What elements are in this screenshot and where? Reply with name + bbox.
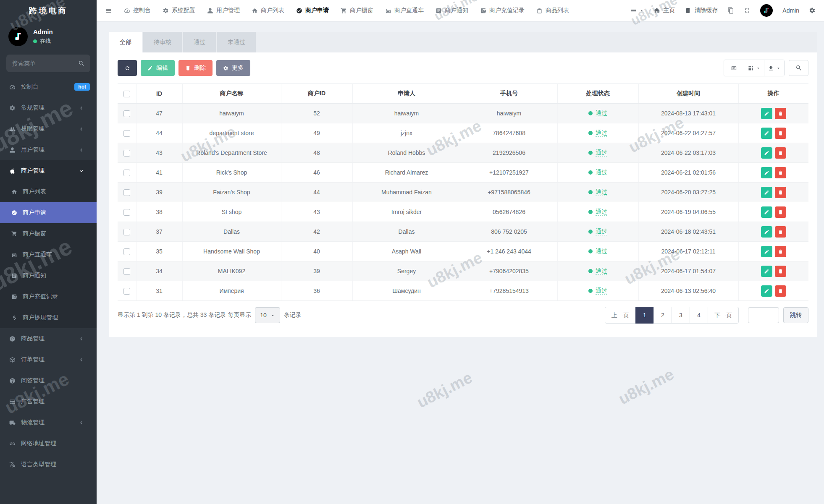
pagination-page-3[interactable]: 3 xyxy=(672,307,690,324)
sidebar-item-控制台[interactable]: 控制台hot xyxy=(0,76,97,97)
refresh-button[interactable] xyxy=(118,60,137,76)
row-edit-button[interactable] xyxy=(761,285,772,297)
topnav-item-商户列表[interactable]: 商户列表 xyxy=(252,7,284,14)
hamburger-menu-icon[interactable] xyxy=(105,7,112,14)
row-delete-button[interactable] xyxy=(775,187,786,198)
sidebar-item-商户列表[interactable]: 商户列表 xyxy=(0,181,97,202)
pagination-prev[interactable]: 上一页 xyxy=(605,307,636,324)
status-link[interactable]: 通过 xyxy=(596,208,607,216)
sidebar-item-商户提现管理[interactable]: 商户提现管理 xyxy=(0,307,97,328)
export-button[interactable] xyxy=(764,60,784,76)
avatar[interactable] xyxy=(8,27,28,46)
topnav-item-控制台[interactable]: 控制台 xyxy=(124,7,151,14)
sidebar-item-商户管理[interactable]: 商户管理 xyxy=(0,160,97,181)
row-checkbox[interactable] xyxy=(123,170,130,176)
row-checkbox[interactable] xyxy=(123,110,130,117)
topnav-item-用户管理[interactable]: 用户管理 xyxy=(207,7,240,14)
tab-通过[interactable]: 通过 xyxy=(183,32,216,52)
sidebar-item-常规管理[interactable]: 常规管理 xyxy=(0,97,97,118)
topnav-item-商品列表[interactable]: 商品列表 xyxy=(536,7,569,14)
page-jump-button[interactable]: 跳转 xyxy=(783,307,808,323)
row-edit-button[interactable] xyxy=(761,266,772,277)
status-link[interactable]: 通过 xyxy=(596,149,607,157)
sidebar-item-商户直通车[interactable]: 商户直通车 xyxy=(0,244,97,265)
sidebar-item-商户通知[interactable]: 商户通知 xyxy=(0,265,97,286)
menu-search-input[interactable] xyxy=(6,55,90,72)
row-edit-button[interactable] xyxy=(761,167,772,178)
user-avatar[interactable] xyxy=(760,4,773,17)
translate-icon[interactable] xyxy=(727,7,734,14)
table-search-button[interactable] xyxy=(789,60,808,76)
status-link[interactable]: 通过 xyxy=(596,188,607,196)
status-link[interactable]: 通过 xyxy=(596,110,607,117)
detail-view-button[interactable] xyxy=(724,60,744,76)
sidebar-item-物流管理[interactable]: 物流管理 xyxy=(0,412,97,433)
row-checkbox[interactable] xyxy=(123,229,130,235)
pagination-page-2[interactable]: 2 xyxy=(653,307,672,324)
columns-button[interactable] xyxy=(744,60,764,76)
row-checkbox[interactable] xyxy=(123,268,130,275)
row-delete-button[interactable] xyxy=(775,206,786,218)
edit-button[interactable]: 编辑 xyxy=(141,60,175,76)
row-delete-button[interactable] xyxy=(775,108,786,119)
topnav-item-商户直通车[interactable]: 商户直通车 xyxy=(385,7,424,14)
pagination-page-1[interactable]: 1 xyxy=(635,307,654,324)
delete-button[interactable]: 删除 xyxy=(178,60,213,76)
sidebar-item-广告管理[interactable]: 广告管理 xyxy=(0,391,97,412)
tab-全部[interactable]: 全部 xyxy=(109,32,142,52)
clear-cache-button[interactable]: 清除缓存 xyxy=(685,7,718,14)
sidebar-item-语言类型管理[interactable]: 语言类型管理 xyxy=(0,454,97,475)
settings-gear-icon[interactable] xyxy=(809,7,816,14)
sidebar-item-商品管理[interactable]: 商品管理 xyxy=(0,328,97,349)
status-link[interactable]: 通过 xyxy=(596,287,607,295)
row-checkbox[interactable] xyxy=(123,209,130,216)
home-link[interactable]: 主页 xyxy=(653,7,675,14)
row-delete-button[interactable] xyxy=(775,167,786,178)
select-all-checkbox[interactable] xyxy=(123,91,130,97)
page-jump-input[interactable] xyxy=(748,307,779,323)
status-link[interactable]: 通过 xyxy=(596,129,607,137)
row-checkbox[interactable] xyxy=(123,130,130,137)
sidebar-item-商户申请[interactable]: 商户申请 xyxy=(0,202,97,223)
row-delete-button[interactable] xyxy=(775,147,786,159)
row-edit-button[interactable] xyxy=(761,226,772,238)
row-edit-button[interactable] xyxy=(761,147,772,159)
row-checkbox[interactable] xyxy=(123,150,130,157)
tab-未通过[interactable]: 未通过 xyxy=(217,32,256,52)
row-edit-button[interactable] xyxy=(761,108,772,119)
row-delete-button[interactable] xyxy=(775,266,786,277)
pagination-page-4[interactable]: 4 xyxy=(690,307,708,324)
row-edit-button[interactable] xyxy=(761,187,772,198)
topbar-username[interactable]: Admin xyxy=(782,7,799,14)
nav-list-dropdown[interactable] xyxy=(630,7,644,14)
sidebar-item-用户管理[interactable]: 用户管理 xyxy=(0,139,97,160)
topnav-item-系统配置[interactable]: 系统配置 xyxy=(163,7,195,14)
pagination-next[interactable]: 下一页 xyxy=(708,307,739,324)
row-delete-button[interactable] xyxy=(775,246,786,257)
row-delete-button[interactable] xyxy=(775,128,786,139)
status-link[interactable]: 通过 xyxy=(596,267,607,275)
sidebar-item-商户充值记录[interactable]: 商户充值记录 xyxy=(0,286,97,307)
status-link[interactable]: 通过 xyxy=(596,169,607,176)
status-link[interactable]: 通过 xyxy=(596,248,607,255)
status-link[interactable]: 通过 xyxy=(596,228,607,235)
sidebar-item-网络地址管理[interactable]: 网络地址管理 xyxy=(0,433,97,454)
row-checkbox[interactable] xyxy=(123,248,130,255)
sidebar-item-权限管理[interactable]: 权限管理 xyxy=(0,118,97,139)
sidebar-item-商户橱窗[interactable]: 商户橱窗 xyxy=(0,223,97,244)
tab-待审核[interactable]: 待审核 xyxy=(143,32,182,52)
more-button[interactable]: 更多 xyxy=(216,60,250,76)
row-delete-button[interactable] xyxy=(775,285,786,297)
fullscreen-icon[interactable] xyxy=(744,7,751,14)
row-delete-button[interactable] xyxy=(775,226,786,238)
row-edit-button[interactable] xyxy=(761,246,772,257)
row-checkbox[interactable] xyxy=(123,189,130,196)
topnav-item-商户橱窗[interactable]: 商户橱窗 xyxy=(341,7,373,14)
topnav-item-商户充值记录[interactable]: 商户充值记录 xyxy=(480,7,525,14)
row-edit-button[interactable] xyxy=(761,206,772,218)
row-checkbox[interactable] xyxy=(123,288,130,295)
page-size-select[interactable]: 10 xyxy=(255,307,280,323)
topnav-item-商户申请[interactable]: 商户申请 xyxy=(296,7,329,14)
row-edit-button[interactable] xyxy=(761,128,772,139)
sidebar-item-问答管理[interactable]: 问答管理 xyxy=(0,370,97,391)
